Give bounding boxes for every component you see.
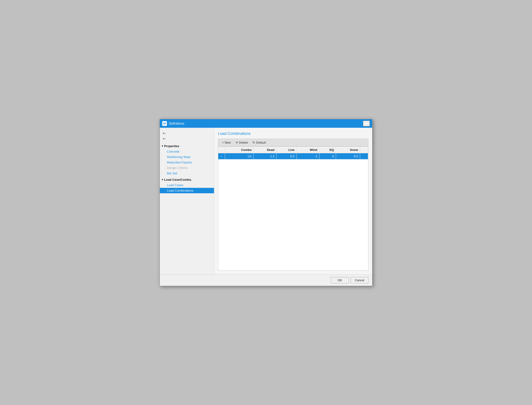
col-header-eq: EQ	[319, 147, 336, 153]
dialog-footer: OK Cancel	[160, 274, 372, 286]
properties-section-label: Properties	[164, 144, 179, 148]
sidebar-item-concrete[interactable]: Concrete	[160, 149, 214, 154]
new-button[interactable]: + New	[220, 140, 233, 145]
tree-section-properties: ▾ Properties Concrete Reinforcing Steel …	[160, 143, 214, 176]
sidebar-item-reduction-factors[interactable]: Reduction Factors	[160, 160, 214, 165]
sidebar: ≡↓ ≡↑ ▾ Properties Concrete Reinforcing …	[160, 128, 214, 274]
definitions-dialog: SP Definitions ✕ ≡↓ ≡↑ ▾ Properties Conc…	[160, 119, 372, 286]
properties-arrow-icon: ▾	[162, 145, 163, 148]
app-icon: SP	[162, 121, 167, 126]
cell-snow: 0.5	[336, 153, 360, 159]
default-button[interactable]: ↻ Default	[251, 140, 268, 145]
sidebar-item-design-criteria: Design Criteria	[160, 165, 214, 171]
load-case-section-label: Load Case/Combo.	[164, 178, 192, 182]
close-button[interactable]: ✕	[363, 121, 370, 126]
sidebar-toolbar: ≡↓ ≡↑	[160, 130, 214, 143]
sidebar-item-bar-set[interactable]: Bar Set	[160, 171, 214, 176]
cancel-button[interactable]: Cancel	[351, 277, 368, 284]
tree-section-load-case: ▾ Load Case/Combo. Load Cases Load Combi…	[160, 177, 214, 193]
delete-button[interactable]: ✕ Delete	[234, 140, 250, 145]
col-header-live: Live	[276, 147, 297, 153]
tree-section-header-properties[interactable]: ▾ Properties	[160, 143, 214, 149]
row-arrow: ›	[218, 153, 225, 159]
titlebar: SP Definitions ✕	[160, 119, 372, 128]
table-toolbar: + New ✕ Delete ↻ Default	[218, 139, 368, 146]
load-combinations-table: Combo Dead Live Wind EQ Snow ›U11.20.510…	[218, 146, 368, 271]
main-content: Load Combinations + New ✕ Delete ↻ Defau…	[214, 128, 372, 274]
dialog-title: Definitions	[169, 122, 184, 125]
sort-down-button[interactable]: ≡↓	[162, 131, 212, 135]
dialog-body: ≡↓ ≡↑ ▾ Properties Concrete Reinforcing …	[160, 128, 372, 274]
col-header-dead: Dead	[254, 147, 276, 153]
content-section-title: Load Combinations	[218, 132, 368, 136]
load-case-arrow-icon: ▾	[162, 178, 163, 181]
col-header-arrow	[218, 147, 225, 153]
cell-live: 0.5	[276, 153, 297, 159]
cell-dead: 1.2	[254, 153, 276, 159]
col-header-extra	[360, 147, 368, 153]
sort-up-button[interactable]: ≡↑	[162, 136, 212, 141]
cell-eq: 0	[319, 153, 336, 159]
sidebar-item-reinforcing-steel[interactable]: Reinforcing Steel	[160, 154, 214, 160]
sidebar-item-load-cases[interactable]: Load Cases	[160, 182, 214, 188]
ok-button[interactable]: OK	[331, 277, 349, 284]
cell-extra	[360, 153, 368, 159]
cell-wind: 1	[297, 153, 319, 159]
titlebar-left: SP Definitions	[162, 121, 184, 126]
col-header-wind: Wind	[297, 147, 319, 153]
table-row[interactable]: ›U11.20.5100.5	[218, 153, 368, 159]
col-header-snow: Snow	[336, 147, 360, 153]
tree-section-header-load-case[interactable]: ▾ Load Case/Combo.	[160, 177, 214, 182]
col-header-combo: Combo	[225, 147, 254, 153]
cell-combo: U1	[225, 153, 254, 159]
sidebar-item-load-combinations[interactable]: Load Combinations	[160, 188, 214, 193]
